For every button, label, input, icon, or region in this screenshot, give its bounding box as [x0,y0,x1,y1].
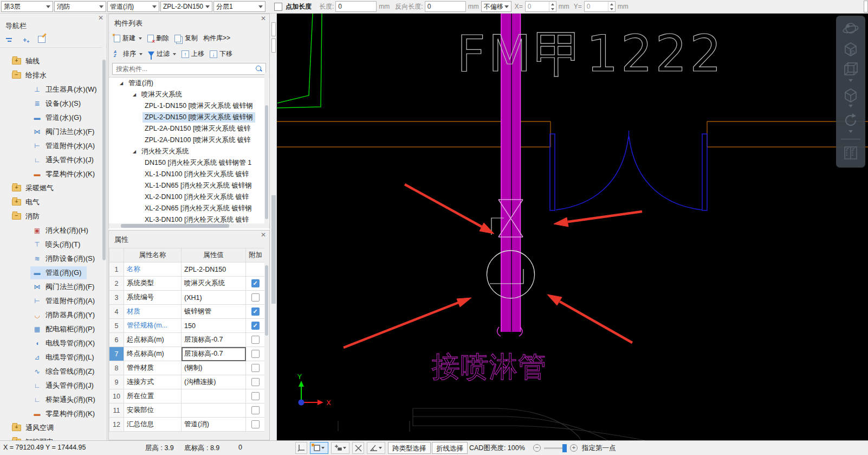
sidebar-item[interactable]: ▦配电箱柜(消)(P) [0,322,107,336]
copy-button[interactable]: 复制 [173,33,199,44]
tree-expand-icon[interactable]: ◢ [133,92,139,97]
sidebar-folder-item[interactable]: +电气 [0,195,107,209]
y-offset-stepper[interactable]: 0 [584,1,616,12]
display-settings-button[interactable] [840,144,861,162]
sidebar-item[interactable]: ∟通头管件(水)(J) [0,153,107,167]
property-row[interactable]: 12汇总信息管道(消) [109,418,265,432]
property-row[interactable]: 5管径规格(m...150 [109,319,265,333]
chevron-down-icon[interactable] [848,130,853,133]
point-add-length-checkbox[interactable] [274,3,282,11]
sidebar-item[interactable]: ▬零星构件(水)(K) [0,167,107,181]
property-row[interactable]: 8管件材质(钢制) [109,361,265,375]
property-value[interactable] [182,403,246,418]
component-list-hscrollbar[interactable] [109,223,269,228]
strip-button[interactable] [271,22,276,36]
component-item-row[interactable]: DN150 [消火栓灭火系统 镀锌钢管 1 [109,157,269,169]
sidebar-item[interactable]: ⋈阀门法兰(消)(F) [0,280,107,294]
strip-scroll-thumb[interactable] [271,195,276,304]
unchecked-checkbox[interactable] [251,420,260,428]
property-value[interactable]: 层顶标高-0.7 [182,347,246,361]
component-item-row[interactable]: ZPL-2A-DN100 [喷淋灭火系统 镀锌 [109,134,269,146]
sort-button[interactable]: 排序 [112,48,144,60]
spin-up-icon[interactable] [608,2,615,7]
canvas-side-strip[interactable] [271,14,277,440]
spin-up-icon[interactable] [549,2,556,7]
brightness-slider[interactable] [544,447,567,449]
view-3d-button[interactable]: 3D [840,40,861,58]
solid-view-button[interactable] [840,86,861,109]
property-row[interactable]: 11安装部位 [109,403,265,418]
component-list-scrollbar[interactable] [264,73,269,223]
unchecked-checkbox[interactable] [251,364,260,372]
move-up-button[interactable]: ↑上移 [180,48,206,60]
sidebar-item[interactable]: ⊤喷头(消)(T) [0,238,107,252]
brightness-increase-button[interactable]: + [570,444,578,452]
dynamic-orbit-button[interactable] [840,20,861,37]
specialty-select[interactable]: 消防 [54,1,106,12]
cad-canvas[interactable]: FM甲1222 接喷淋管 Y [271,14,868,440]
component-item-row[interactable]: XL-2-DN100 [消火栓灭火系统 镀锌 [109,191,269,203]
snap-point-button[interactable] [331,442,349,454]
reverse-length-input[interactable] [425,1,466,12]
checked-checkbox[interactable] [251,307,260,316]
wireframe-view-button[interactable] [840,60,861,84]
sidebar-item[interactable]: ▬零星构件(消)(K) [0,407,107,421]
spin-down-icon[interactable] [549,7,556,11]
unchecked-checkbox[interactable] [251,392,260,400]
chevron-down-icon[interactable] [343,447,346,449]
sidebar-item[interactable]: ≣设备(水)(S) [0,97,107,111]
floor-select[interactable]: 第3层 [1,1,53,12]
delete-button[interactable]: 删除 [146,33,171,44]
sidebar-folder-item[interactable]: +轴线 [0,54,107,68]
unchecked-checkbox[interactable] [251,406,260,414]
sidebar-folder-item[interactable]: −消防 [0,209,107,223]
slider-thumb[interactable] [562,444,567,452]
property-value[interactable]: ZPL-2-DN150 [182,262,246,277]
sidebar-item[interactable]: ◡消防器具(消)(Y) [0,308,107,322]
property-value[interactable]: (XH1) [182,291,246,305]
select-mode-button[interactable] [310,442,328,454]
edit-navigator-icon[interactable] [38,35,48,44]
component-select[interactable]: ZPL-2-DN150 [160,1,212,12]
angle-snap-button[interactable] [367,442,385,454]
property-row[interactable]: 10所在位置 [109,389,265,403]
sidebar-item[interactable]: ⊥卫生器具(水)(W) [0,82,107,97]
component-type-select[interactable]: 管道(消) [107,1,159,12]
property-row[interactable]: 9连接方式(沟槽连接) [109,375,265,389]
ortho-mode-button[interactable] [295,442,307,454]
unchecked-checkbox[interactable] [251,336,260,344]
property-value[interactable]: 层顶标高-0.7 [182,333,246,347]
polyline-select-button[interactable]: 折线选择 [432,442,468,454]
property-row[interactable]: 3系统编号(XH1) [109,291,265,305]
property-row[interactable]: 6起点标高(m)层顶标高-0.7 [109,333,265,347]
sidebar-item[interactable]: ∿综合管线(消)(Z) [0,364,107,379]
sidebar-folder-item[interactable]: +智控弱电 [0,435,107,440]
chevron-down-icon[interactable] [321,447,325,449]
sidebar-item[interactable]: ▬管道(水)(G) [0,111,107,125]
sidebar-item[interactable]: ∟通头管件(消)(J) [0,379,107,393]
component-item-row[interactable]: XL-2-DN65 [消火栓灭火系统 镀锌钢 [109,203,269,214]
component-group-row[interactable]: ◢喷淋灭火系统 [109,89,269,100]
property-row[interactable]: 1名称ZPL-2-DN150 [109,262,265,277]
component-item-row[interactable]: XL-1-DN65 [消火栓灭火系统 镀锌钢 [109,180,269,191]
component-group-row[interactable]: ◢管道(消) [109,78,269,89]
component-item-row[interactable]: ZPL-2-DN150 [喷淋灭火系统 镀锌钢 [109,112,269,123]
unchecked-checkbox[interactable] [251,293,260,302]
component-library-button[interactable]: 构件库>> [202,33,232,44]
collapse-all-icon[interactable] [5,35,15,44]
sidebar-item[interactable]: ⊢管道附件(水)(A) [0,139,107,153]
property-value[interactable]: 喷淋灭火系统 [182,277,246,291]
navigator-scrollbar[interactable] [102,46,106,440]
unchecked-checkbox[interactable] [251,378,260,386]
sidebar-folder-item[interactable]: −给排水 [0,68,107,82]
sidebar-item[interactable]: ≋消防设备(消)(S) [0,252,107,266]
property-value[interactable]: 150 [182,319,246,333]
brightness-decrease-button[interactable]: − [533,444,541,452]
unchecked-checkbox[interactable] [251,350,260,358]
new-button[interactable]: 新建 [112,33,144,44]
checked-checkbox[interactable] [251,279,260,287]
component-item-row[interactable]: ZPL-2A-DN150 [喷淋灭火系统 镀锌 [109,123,269,134]
strip-button[interactable] [271,39,276,53]
expand-all-icon[interactable]: ++ [22,35,31,44]
component-item-row[interactable]: ZPL-1-DN150 [喷淋灭火系统 镀锌钢 [109,100,269,112]
